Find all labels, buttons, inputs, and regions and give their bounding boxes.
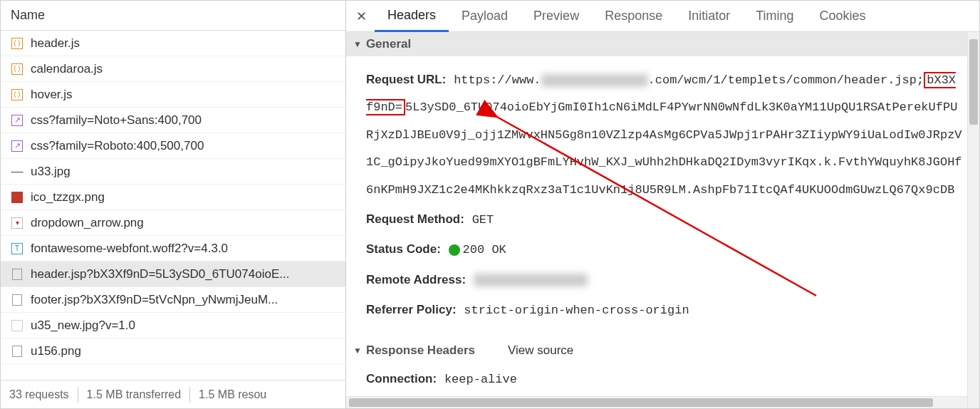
request-name: footer.jsp?bX3Xf9nD=5tVcNpn_yNwmjJeuM...: [31, 293, 278, 307]
tab-payload[interactable]: Payload: [449, 1, 521, 32]
referrer-policy-row: Referrer Policy: strict-origin-when-cros…: [366, 296, 962, 323]
general-section-header[interactable]: ▼ General: [346, 32, 979, 56]
resources-size: 1.5 MB resou: [199, 388, 266, 401]
vertical-scrollbar[interactable]: [967, 32, 979, 408]
horizontal-scrollbar[interactable]: [346, 396, 967, 408]
request-list: ⟨⟩header.js⟨⟩calendaroa.js⟨⟩hover.js↗css…: [1, 31, 345, 380]
js-file-icon: ⟨⟩: [11, 37, 24, 50]
tab-headers[interactable]: Headers: [375, 1, 449, 32]
request-name: header.js: [31, 36, 80, 51]
url-prefix: https://www.: [454, 73, 541, 87]
document-icon: [11, 345, 24, 358]
request-method-row: Request Method: GET: [366, 206, 962, 233]
request-name: u156.png: [31, 344, 81, 358]
network-summary-bar: 33 requests 1.5 MB transferred 1.5 MB re…: [1, 380, 345, 408]
request-name: dropdown_arrow.png: [31, 216, 144, 230]
requests-count: 33 requests: [9, 388, 69, 401]
remote-address-row: Remote Address:: [366, 266, 962, 294]
document-icon: [11, 268, 24, 281]
transferred-size: 1.5 MB transferred: [87, 388, 182, 401]
request-url-row: Request URL: https://www..com/wcm/1/temp…: [366, 66, 962, 203]
status-dot-icon: [449, 244, 460, 256]
font-file-icon: T: [11, 242, 24, 255]
request-row[interactable]: ⟨⟩calendaroa.js: [1, 56, 345, 82]
request-name: css?family=Roboto:400,500,700: [31, 139, 204, 153]
url-query-rest: 5L3ySD0_6TU074oioEbYjGmI0Ih1cN6iMdLF4PYw…: [366, 100, 962, 196]
details-tab-bar: ✕ HeadersPayloadPreviewResponseInitiator…: [346, 1, 979, 32]
status-code-row: Status Code: 200 OK: [366, 236, 962, 263]
redacted-host: [541, 74, 648, 87]
divider: [189, 387, 190, 403]
request-name: fontawesome-webfont.woff2?v=4.3.0: [31, 242, 228, 256]
url-path: .com/wcm/1/templets/common/header.jsp;: [648, 73, 924, 87]
request-row[interactable]: footer.jsp?bX3Xf9nD=5tVcNpn_yNwmjJeuM...: [1, 287, 345, 313]
request-row[interactable]: ⟨⟩hover.js: [1, 82, 345, 108]
caret-down-icon: ▼: [353, 346, 362, 356]
response-headers-section-header[interactable]: ▼ Response Headers View source: [346, 338, 979, 363]
request-row[interactable]: ⟨⟩header.js: [1, 31, 345, 56]
request-row[interactable]: —u33.jpg: [1, 159, 345, 185]
section-title: Response Headers: [366, 343, 475, 358]
name-column-header[interactable]: Name: [1, 1, 345, 31]
js-file-icon: ⟨⟩: [11, 88, 24, 101]
request-row[interactable]: header.jsp?bX3Xf9nD=5L3ySD0_6TU074oioE..…: [1, 262, 345, 287]
close-icon[interactable]: ✕: [353, 9, 369, 24]
redacted-address: [474, 274, 588, 286]
request-name: css?family=Noto+Sans:400,700: [31, 113, 202, 128]
view-source-link[interactable]: View source: [508, 343, 573, 358]
details-body: ▼ General Request URL: https://www..com/…: [346, 32, 979, 408]
tab-response[interactable]: Response: [592, 1, 675, 32]
tab-timing[interactable]: Timing: [743, 1, 806, 32]
request-name: header.jsp?bX3Xf9nD=5L3ySD0_6TU074oioE..…: [31, 267, 289, 281]
request-name: calendaroa.js: [31, 62, 103, 76]
request-row[interactable]: u35_new.jpg?v=1.0: [1, 313, 345, 338]
image-icon: —: [11, 165, 24, 178]
request-row[interactable]: u156.png: [1, 338, 345, 364]
js-file-icon: ⟨⟩: [11, 63, 24, 76]
request-name: ico_tzzgx.png: [31, 190, 105, 204]
document-icon: [11, 294, 24, 306]
image-icon: [11, 319, 24, 332]
request-row[interactable]: Tfontawesome-webfont.woff2?v=4.3.0: [1, 236, 345, 262]
request-row[interactable]: ↗css?family=Noto+Sans:400,700: [1, 108, 345, 133]
request-name: hover.js: [31, 88, 73, 102]
tab-preview[interactable]: Preview: [521, 1, 592, 32]
stylesheet-icon: ↗: [11, 140, 24, 152]
tab-initiator[interactable]: Initiator: [675, 1, 743, 32]
stylesheet-icon: ↗: [11, 114, 24, 127]
tab-cookies[interactable]: Cookies: [807, 1, 879, 32]
connection-row: Connection: keep-alive: [366, 366, 962, 393]
request-row[interactable]: ▾dropdown_arrow.png: [1, 210, 345, 236]
request-row[interactable]: ↗css?family=Roboto:400,500,700: [1, 133, 345, 159]
section-title: General: [366, 37, 411, 51]
network-request-list-panel: Name ⟨⟩header.js⟨⟩calendaroa.js⟨⟩hover.j…: [1, 1, 346, 408]
request-name: u33.jpg: [31, 165, 71, 179]
caret-down-icon: ▼: [353, 39, 362, 49]
image-icon: ▾: [11, 217, 24, 229]
request-details-panel: ✕ HeadersPayloadPreviewResponseInitiator…: [346, 1, 979, 408]
divider: [78, 387, 78, 403]
request-name: u35_new.jpg?v=1.0: [31, 319, 135, 333]
image-icon: [11, 191, 24, 204]
request-row[interactable]: ico_tzzgx.png: [1, 185, 345, 210]
